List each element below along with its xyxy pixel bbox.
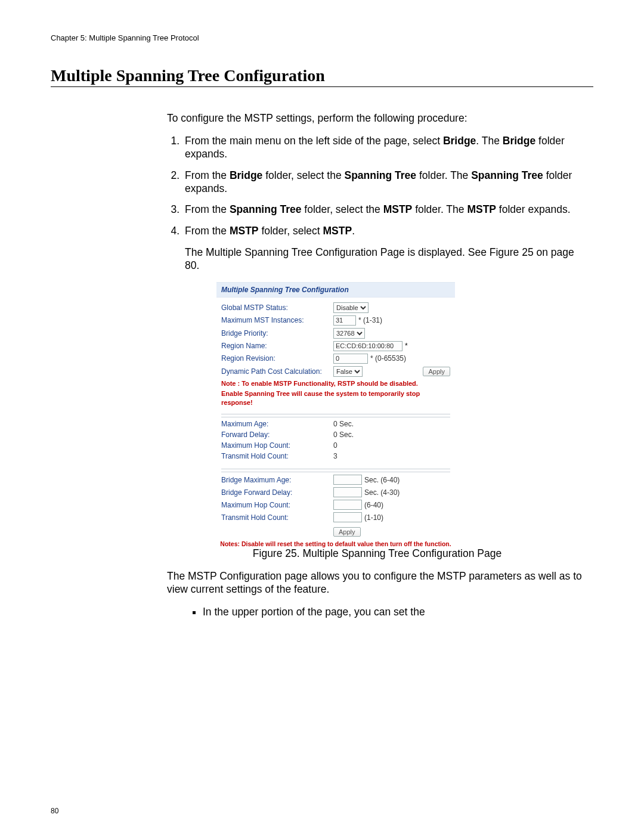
post-paragraph-1: The MSTP Configuration page allows you t…	[167, 570, 587, 596]
select-dynamic-path-cost[interactable]: False	[333, 366, 363, 377]
hint-bridge-forward-delay: Sec. (4-30)	[364, 488, 400, 497]
input-bridge-forward-delay[interactable]	[333, 487, 362, 497]
label-maximum-age: Maximum Age:	[221, 420, 333, 428]
hint-bridge-max-hop: (6-40)	[364, 501, 383, 509]
hint-bridge-maximum-age: Sec. (6-40)	[364, 476, 400, 484]
label-transmit-hold-count: Transmit Hold Count:	[221, 452, 333, 460]
value-maximum-age: 0 Sec.	[333, 420, 354, 428]
note-stop-response: Enable Spanning Tree will cause the syst…	[221, 389, 450, 407]
input-bridge-maximum-age[interactable]	[333, 475, 362, 485]
select-bridge-priority[interactable]: 32768	[333, 328, 365, 339]
divider-3	[221, 469, 450, 469]
label-dynamic-path-cost: Dynamic Path Cost Calculation:	[221, 367, 333, 376]
input-region-revision[interactable]	[333, 354, 368, 364]
bullet-upper-portion: In the upper portion of the page, you ca…	[203, 606, 587, 619]
label-global-mstp-status: Global MSTP Status:	[221, 304, 333, 312]
apply-button-top[interactable]: Apply	[423, 367, 450, 376]
intro-paragraph: To configure the MSTP settings, perform …	[167, 112, 587, 125]
step-2: From the Bridge folder, select the Spann…	[182, 169, 587, 196]
input-bridge-max-hop[interactable]	[333, 500, 362, 510]
page-number: 80	[51, 807, 58, 815]
divider-1	[221, 414, 450, 414]
apply-button-bottom[interactable]: Apply	[333, 527, 361, 537]
step-4-followup: The Multiple Spanning Tree Configuration…	[185, 246, 587, 272]
step-3: From the Spanning Tree folder, select th…	[182, 203, 587, 216]
divider-4	[221, 472, 450, 472]
label-bridge-maximum-age: Bridge Maximum Age:	[221, 476, 333, 484]
hint-bridge-tx-hold: (1-10)	[364, 513, 383, 522]
label-max-mst-instances: Maximum MST Instances:	[221, 316, 333, 324]
value-maximum-hop-count: 0	[333, 441, 338, 450]
chapter-header: Chapter 5: Multiple Spanning Tree Protoc…	[51, 33, 593, 42]
input-max-mst-instances[interactable]	[333, 315, 356, 326]
divider-2	[221, 417, 450, 417]
input-bridge-tx-hold[interactable]	[333, 512, 362, 522]
procedure-steps: From the main menu on the left side of t…	[167, 135, 587, 272]
config-panel-figure: Multiple Spanning Tree Configuration Glo…	[216, 282, 455, 548]
asterisk-region-name: *	[405, 342, 408, 350]
value-transmit-hold-count: 3	[333, 452, 338, 460]
section-title: Multiple Spanning Tree Configuration	[51, 66, 593, 87]
step-1: From the main menu on the left side of t…	[182, 135, 587, 161]
label-forward-delay: Forward Delay:	[221, 431, 333, 439]
label-bridge-max-hop: Maximum Hop Count:	[221, 501, 333, 509]
label-region-name: Region Name:	[221, 342, 333, 350]
panel-title: Multiple Spanning Tree Configuration	[216, 282, 455, 298]
label-maximum-hop-count: Maximum Hop Count:	[221, 441, 333, 450]
select-global-mstp-status[interactable]: Disable	[333, 302, 369, 313]
input-region-name[interactable]	[333, 341, 402, 351]
step-4: From the MSTP folder, select MSTP. The M…	[182, 225, 587, 272]
label-region-revision: Region Revision:	[221, 354, 333, 363]
note-rstp-disabled: Note : To enable MSTP Functionality, RST…	[221, 379, 450, 388]
hint-region-revision: * (0-65535)	[370, 354, 406, 363]
figure-caption: Figure 25. Multiple Spanning Tree Config…	[167, 547, 587, 561]
label-bridge-tx-hold: Transmit Hold Count:	[221, 513, 333, 522]
note-disable-reset: Notes: Disable will reset the setting to…	[216, 540, 455, 547]
hint-max-mst-instances: * (1-31)	[358, 316, 382, 324]
label-bridge-forward-delay: Bridge Forward Delay:	[221, 488, 333, 497]
label-bridge-priority: Bridge Priority:	[221, 329, 333, 337]
value-forward-delay: 0 Sec.	[333, 431, 354, 439]
